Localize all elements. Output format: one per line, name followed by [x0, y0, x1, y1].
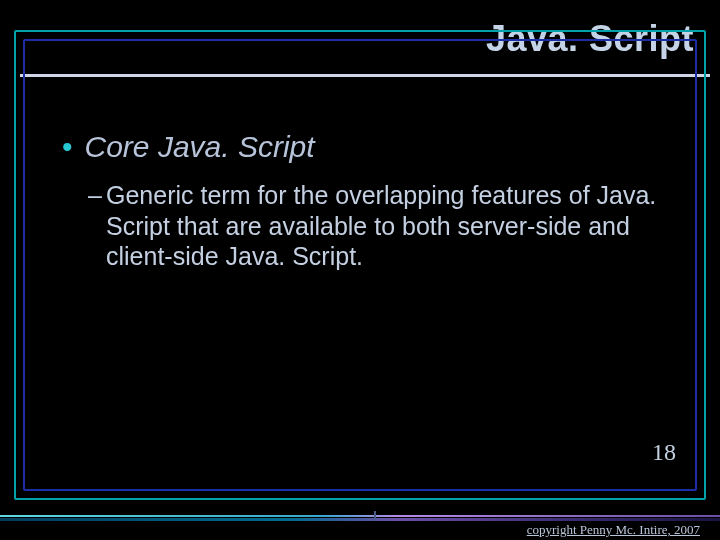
- bullet-level1-text: Core Java. Script: [85, 130, 315, 163]
- bullet-level2-text: Generic term for the overlapping feature…: [106, 181, 656, 270]
- bottom-accent-bar: [0, 518, 720, 521]
- outer-frame: •Core Java. Script –Generic term for the…: [14, 30, 706, 500]
- bottom-tick: [374, 511, 376, 521]
- copyright-text: copyright Penny Mc. Intire, 2007: [527, 522, 700, 538]
- bullet-level1: •Core Java. Script: [62, 130, 315, 164]
- bottom-accent-highlight: [0, 515, 720, 517]
- bullet-dash-icon: –: [88, 180, 102, 211]
- slide: Java. Script •Core Java. Script –Generic…: [0, 0, 720, 540]
- bullet-dot-icon: •: [62, 130, 73, 163]
- page-number: 18: [652, 439, 676, 466]
- bullet-level2: –Generic term for the overlapping featur…: [106, 180, 666, 272]
